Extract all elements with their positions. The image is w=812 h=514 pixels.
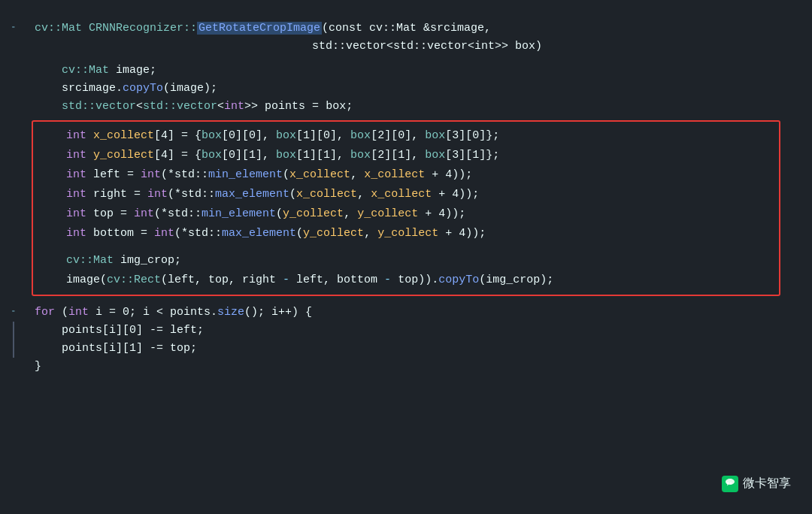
code-line-copyto: srcimage.copyTo(image); <box>0 80 812 98</box>
code-token: [4] = { <box>154 127 201 145</box>
code-token: int <box>39 186 93 204</box>
code-line-vector: std::vector<std::vector<int>> points = b… <box>0 98 812 116</box>
code-token: cv::Mat <box>39 252 114 270</box>
code-token: for <box>35 306 62 319</box>
code-line-close: } <box>0 358 812 376</box>
code-token: int <box>141 166 161 184</box>
hl-line-right: int right = int(*std::max_element(x_coll… <box>33 185 779 204</box>
code-token: y_collect <box>283 205 344 223</box>
code-token: int <box>147 186 168 204</box>
code-token: ( <box>283 166 289 184</box>
fold-icon[interactable]: ⁃ <box>8 23 20 35</box>
code-token: y_collect <box>93 147 154 165</box>
code-token: box <box>425 127 445 145</box>
code-token: int <box>39 205 93 223</box>
code-token: x_collect <box>364 166 425 184</box>
code-token: int <box>68 306 95 319</box>
code-token: int <box>39 166 93 184</box>
hl-line-imgcrop-use: image(cv::Rect(left, top, right - left, … <box>33 271 779 290</box>
gutter-empty <box>0 62 27 80</box>
wechat-icon <box>722 476 738 492</box>
code-token: top = <box>93 205 134 223</box>
code-token: [4] = { <box>154 147 201 165</box>
code-token: + 4)); <box>425 166 472 184</box>
code-line-pts1: points[i][1] -= top; <box>0 340 812 358</box>
code-token: image( <box>39 271 107 289</box>
code-token: copyTo <box>123 82 163 95</box>
code-token: [0][0], <box>222 127 276 145</box>
code-token: y_collect <box>357 205 418 223</box>
code-token: < <box>136 100 143 113</box>
code-token: int <box>134 205 154 223</box>
code-token: , <box>350 166 364 184</box>
code-token: [0][1], <box>222 147 276 165</box>
code-token: ( <box>289 186 296 204</box>
code-token: (image); <box>163 82 217 95</box>
code-token: cv::Rect <box>107 271 161 289</box>
code-token: [3][0]}; <box>445 127 499 145</box>
code-token: int <box>39 225 93 243</box>
code-token: box <box>425 147 445 165</box>
code-token: + 4)); <box>418 205 465 223</box>
code-token: y_collect <box>303 225 364 243</box>
code-token: [1][1], <box>296 147 350 165</box>
code-token: (); i++) { <box>244 306 312 319</box>
hl-line-left: int left = int(*std::min_element(x_colle… <box>33 165 779 185</box>
hl-line-top: int top = int(*std::min_element(y_collec… <box>33 204 779 224</box>
code-line-pts0: points[i][0] -= left; <box>0 322 812 340</box>
code-token: max_element <box>222 225 296 243</box>
line-content: points[i][0] -= left; <box>27 322 204 340</box>
code-token: int <box>154 225 174 243</box>
code-token: box <box>276 127 296 145</box>
code-token: min_element <box>208 166 283 184</box>
code-token: std::vector<std::vector<int>> box) <box>35 40 542 53</box>
code-token: right = <box>93 186 147 204</box>
code-token: x_collect <box>93 127 154 145</box>
code-token: left = <box>93 166 141 184</box>
code-token: img_crop; <box>114 252 181 270</box>
code-token: bottom = <box>93 225 154 243</box>
code-token: image; <box>109 64 156 77</box>
line-content: } <box>27 358 41 376</box>
code-token: box <box>350 127 371 145</box>
scope-bar2 <box>13 340 14 358</box>
code-token: cv::Mat CRNNRecognizer:: <box>35 22 197 35</box>
hl-line-ycollect: int y_collect[4] = {box[0][1], box[1][1]… <box>33 146 779 165</box>
code-line-for: ⁃ for (int i = 0; i < points.size(); i++… <box>0 304 812 322</box>
line-content: for (int i = 0; i < points.size(); i++) … <box>27 304 312 322</box>
line-content: points[i][1] -= top; <box>27 340 197 358</box>
code-editor: ⁃ cv::Mat CRNNRecognizer::GetRotateCropI… <box>0 0 812 389</box>
code-token: left, bottom <box>289 271 384 289</box>
bottom-section: ⁃ for (int i = 0; i < points.size(); i++… <box>0 304 812 376</box>
blank-line <box>33 243 779 251</box>
code-token: srcimage. <box>35 82 123 95</box>
code-token: points[i][0] -= left; <box>35 324 204 337</box>
line-content: cv::Mat CRNNRecognizer::GetRotateCropIma… <box>27 20 491 38</box>
code-token: copyTo <box>438 271 479 289</box>
function-name-highlight: GetRotateCropImage <box>197 22 322 35</box>
code-token: , <box>357 186 371 204</box>
code-token: , <box>344 205 357 223</box>
code-token: + 4)); <box>438 225 486 243</box>
code-token: x_collect <box>296 186 357 204</box>
code-token: (*std:: <box>174 225 222 243</box>
code-token: box <box>276 147 296 165</box>
line-content: std::vector<std::vector<int>> box) <box>27 38 542 56</box>
gutter-bar2 <box>0 340 27 358</box>
code-token: cv::Mat <box>35 64 109 77</box>
code-token: int <box>224 100 244 113</box>
fold-icon2[interactable]: ⁃ <box>8 307 20 319</box>
code-token: (*std:: <box>161 166 208 184</box>
watermark-text: 微卡智享 <box>743 474 791 493</box>
code-token: - <box>384 271 391 289</box>
code-token: points[i][1] -= top; <box>35 342 197 355</box>
hl-line-bottom: int bottom = int(*std::max_element(y_col… <box>33 224 779 243</box>
code-line-mat: cv::Mat image; <box>0 62 812 80</box>
code-token: max_element <box>215 186 289 204</box>
code-token: + 4)); <box>432 186 479 204</box>
code-token: box <box>201 147 222 165</box>
gutter-fold: ⁃ <box>0 20 27 38</box>
line-content: std::vector<std::vector<int>> points = b… <box>27 98 353 116</box>
code-token: int <box>39 147 93 165</box>
code-token: , <box>364 225 377 243</box>
